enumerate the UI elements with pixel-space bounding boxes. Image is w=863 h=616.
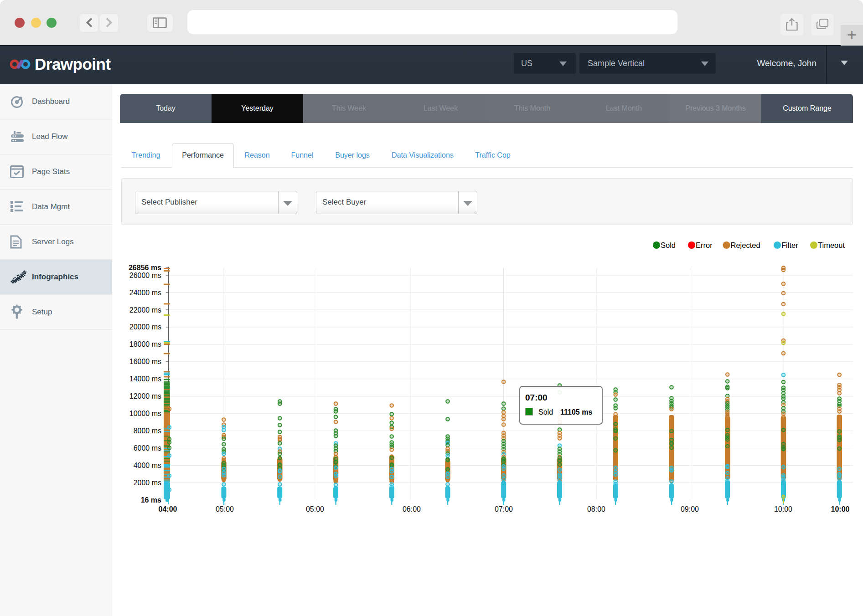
svg-text:16000 ms: 16000 ms [129,358,161,365]
svg-text:Error: Error [696,241,713,249]
svg-text:Timeout: Timeout [818,241,845,249]
svg-text:26000 ms: 26000 ms [129,272,161,279]
svg-text:8000 ms: 8000 ms [134,427,161,435]
svg-text:Rejected: Rejected [731,241,760,249]
svg-text:09:00: 09:00 [681,505,699,513]
svg-text:20000 ms: 20000 ms [129,323,161,331]
svg-text:18000 ms: 18000 ms [129,340,161,348]
svg-text:6000 ms: 6000 ms [134,444,161,452]
svg-text:24000 ms: 24000 ms [129,289,161,297]
svg-text:2000 ms: 2000 ms [134,479,161,487]
svg-text:14000 ms: 14000 ms [129,375,161,383]
svg-text:Sold: Sold [661,241,676,249]
svg-text:16 ms: 16 ms [141,496,161,504]
svg-text:Filter: Filter [781,241,798,249]
svg-text:4000 ms: 4000 ms [134,462,161,469]
svg-text:04:00: 04:00 [159,505,177,513]
svg-text:10000 ms: 10000 ms [129,410,161,417]
svg-text:07:00: 07:00 [495,505,513,513]
svg-text:05:00: 05:00 [306,505,324,513]
svg-text:12000 ms: 12000 ms [129,392,161,400]
svg-text:10:00: 10:00 [831,505,850,513]
svg-text:22000 ms: 22000 ms [129,306,161,314]
svg-text:06:00: 06:00 [403,505,421,513]
svg-text:10:00: 10:00 [774,505,792,513]
svg-text:05:00: 05:00 [216,505,234,513]
svg-text:26856 ms: 26856 ms [129,264,161,272]
svg-text:08:00: 08:00 [587,505,605,513]
